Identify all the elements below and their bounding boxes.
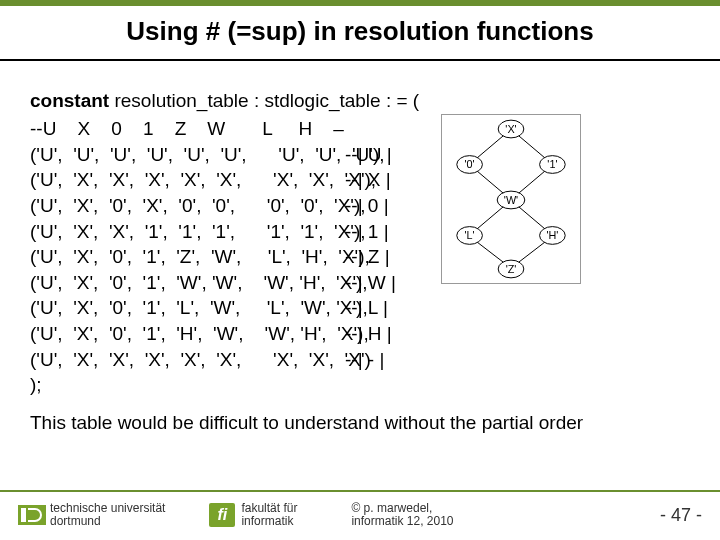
declaration-line: constant resolution_table : stdlogic_tab… — [30, 90, 700, 112]
slide-title: Using # (=sup) in resolution functions — [40, 16, 680, 47]
row-cells: ('U', 'U', 'U', 'U', 'U', 'U', 'U', 'U',… — [30, 142, 345, 168]
row-cells: ('U', 'X', '0', '1', 'H', 'W', 'W', 'H',… — [30, 321, 345, 347]
node-0: '0' — [465, 158, 475, 170]
svg-line-12 — [519, 207, 545, 229]
table-header: --U X 0 1 Z W L H – — [30, 116, 427, 142]
resolution-table-code: --U X 0 1 Z W L H – ('U', 'U', 'U', 'U',… — [30, 116, 427, 398]
faculty-line2: informatik — [241, 515, 297, 528]
node-h: 'H' — [546, 229, 558, 241]
table-row: ('U', 'X', '0', '1', 'Z', 'W', 'L', 'H',… — [30, 244, 427, 270]
university-line2: dortmund — [50, 515, 165, 528]
table-row: ('U', 'X', 'X', '1', '1', '1', '1', '1',… — [30, 219, 427, 245]
svg-line-8 — [519, 136, 545, 158]
svg-line-10 — [519, 171, 545, 193]
svg-line-13 — [477, 242, 503, 262]
row-comment: --| - | — [345, 347, 427, 373]
node-x: 'X' — [505, 123, 516, 135]
node-z: 'Z' — [506, 263, 517, 275]
row-cells: ('U', 'X', 'X', 'X', 'X', 'X', 'X', 'X',… — [30, 347, 345, 373]
row-comment: --| W | — [345, 270, 427, 296]
row-comment: --| 0 | — [345, 193, 427, 219]
explanation-text: This table would be difficult to underst… — [30, 412, 700, 434]
table-row: ('U', 'X', '0', 'X', '0', '0', '0', '0',… — [30, 193, 427, 219]
row-cells: ('U', 'X', '0', 'X', '0', '0', '0', '0',… — [30, 193, 345, 219]
row-comment: --| 1 | — [345, 219, 427, 245]
node-l: 'L' — [465, 229, 475, 241]
row-cells: ('U', 'X', 'X', 'X', 'X', 'X', 'X', 'X',… — [30, 167, 345, 193]
row-cells: ('U', 'X', '0', '1', 'L', 'W', 'L', 'W',… — [30, 295, 345, 321]
hasse-diagram: 'X' '0' '1' 'W' 'L' 'H' 'Z' — [441, 114, 581, 284]
tu-logo-icon — [18, 505, 46, 525]
svg-line-9 — [477, 171, 503, 193]
table-row: ('U', 'X', 'X', 'X', 'X', 'X', 'X', 'X',… — [30, 167, 427, 193]
row-cells: ('U', 'X', 'X', '1', '1', '1', '1', '1',… — [30, 219, 345, 245]
table-row: ('U', 'X', '0', '1', 'W', 'W', 'W', 'H',… — [30, 270, 427, 296]
row-cells: ('U', 'X', '0', '1', 'W', 'W', 'W', 'H',… — [30, 270, 345, 296]
page-number: - 47 - — [660, 505, 702, 526]
table-row: ('U', 'X', '0', '1', 'H', 'W', 'W', 'H',… — [30, 321, 427, 347]
row-comment: --| H | — [345, 321, 427, 347]
row-comment: --| L | — [345, 295, 427, 321]
fi-logo: fi fakultät für informatik — [209, 502, 297, 528]
table-row: ('U', 'U', 'U', 'U', 'U', 'U', 'U', 'U',… — [30, 142, 427, 168]
declaration-rest: resolution_table : stdlogic_table : = ( — [109, 90, 419, 111]
svg-line-7 — [477, 136, 503, 158]
node-w: 'W' — [504, 194, 518, 206]
table-close: ); — [30, 372, 427, 398]
tu-logo: technische universität dortmund — [18, 502, 165, 528]
row-comment: --| X | — [345, 167, 427, 193]
svg-line-11 — [477, 207, 503, 229]
row-cells: ('U', 'X', '0', '1', 'Z', 'W', 'L', 'H',… — [30, 244, 345, 270]
footer: technische universität dortmund fi fakul… — [0, 490, 720, 534]
node-1: '1' — [547, 158, 557, 170]
table-row: ('U', 'X', 'X', 'X', 'X', 'X', 'X', 'X',… — [30, 347, 427, 373]
row-comment: --| U | — [345, 142, 427, 168]
table-row: ('U', 'X', '0', '1', 'L', 'W', 'L', 'W',… — [30, 295, 427, 321]
fi-logo-icon: fi — [209, 503, 235, 527]
svg-line-14 — [519, 242, 545, 262]
keyword-constant: constant — [30, 90, 109, 111]
copyright-line2: informatik 12, 2010 — [351, 515, 453, 528]
row-comment: --| Z | — [345, 244, 427, 270]
